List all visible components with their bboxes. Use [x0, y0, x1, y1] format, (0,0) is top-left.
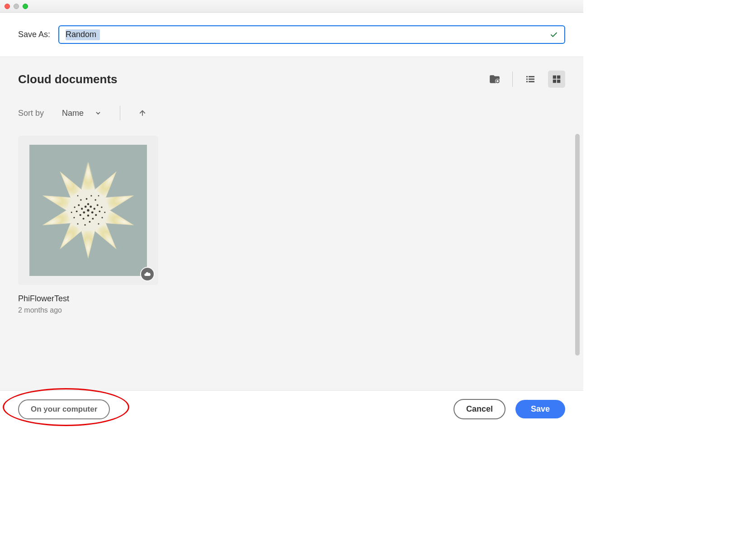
list-view-button[interactable] [522, 71, 539, 88]
svg-rect-5 [529, 76, 534, 77]
svg-rect-4 [526, 76, 528, 77]
new-folder-button[interactable] [486, 71, 503, 88]
svg-point-48 [77, 195, 79, 196]
svg-point-35 [101, 206, 102, 208]
sort-row: Sort by Name [18, 106, 565, 120]
document-grid: PhiFlowerTest 2 months ago [18, 136, 565, 314]
svg-point-43 [104, 212, 105, 213]
svg-point-17 [91, 211, 94, 214]
svg-point-21 [94, 208, 95, 209]
svg-point-29 [92, 218, 94, 219]
cloud-icon [141, 268, 154, 280]
svg-point-19 [90, 206, 92, 208]
cancel-button[interactable]: Cancel [454, 399, 506, 419]
svg-rect-10 [553, 76, 556, 79]
svg-point-18 [83, 211, 85, 214]
document-thumbnail [18, 136, 158, 285]
document-meta: 2 months ago [18, 306, 158, 314]
grid-view-button[interactable] [548, 71, 565, 88]
svg-point-22 [81, 208, 83, 209]
svg-point-44 [71, 212, 72, 213]
artwork-icon [36, 158, 140, 262]
svg-rect-9 [529, 81, 534, 82]
window-minimize-button[interactable] [14, 4, 19, 9]
save-as-row: Save As: Random [0, 13, 583, 57]
document-name: PhiFlowerTest [18, 294, 158, 304]
svg-rect-11 [557, 76, 560, 79]
svg-point-38 [80, 199, 81, 200]
svg-point-25 [95, 214, 97, 216]
svg-point-40 [73, 217, 75, 218]
svg-rect-7 [529, 79, 534, 80]
sort-by-label: Sort by [18, 109, 44, 118]
documents-area: Cloud documents Sort by Name [0, 57, 583, 390]
divider [512, 71, 513, 87]
window-titlebar [0, 0, 583, 13]
svg-rect-8 [526, 81, 528, 82]
svg-point-23 [87, 214, 90, 217]
sort-select[interactable]: Name [62, 109, 102, 118]
svg-point-39 [101, 217, 103, 218]
document-card[interactable]: PhiFlowerTest 2 months ago [18, 136, 158, 314]
svg-point-26 [80, 214, 81, 216]
svg-point-34 [86, 198, 88, 200]
svg-point-31 [99, 210, 100, 212]
svg-point-27 [97, 204, 99, 206]
svg-point-47 [98, 195, 99, 196]
window-maximize-button[interactable] [23, 4, 28, 9]
on-your-computer-button[interactable]: On your computer [18, 399, 110, 419]
checkmark-icon [550, 31, 558, 39]
scrollbar-thumb[interactable] [575, 134, 580, 356]
svg-point-16 [87, 209, 89, 211]
section-title: Cloud documents [18, 72, 118, 86]
svg-point-45 [98, 223, 99, 224]
window-close-button[interactable] [5, 4, 10, 9]
svg-point-41 [90, 195, 92, 196]
divider [120, 106, 120, 120]
svg-point-37 [94, 199, 96, 200]
save-as-label: Save As: [18, 30, 50, 39]
dialog-footer: On your computer Cancel Save [0, 390, 583, 427]
svg-point-32 [76, 210, 78, 212]
sort-direction-button[interactable] [138, 109, 146, 117]
sort-value: Name [62, 109, 84, 118]
svg-point-30 [83, 218, 85, 219]
svg-rect-6 [526, 79, 528, 80]
svg-point-42 [84, 224, 85, 226]
save-as-value: Random [66, 30, 96, 39]
save-button[interactable]: Save [515, 400, 565, 418]
svg-point-20 [85, 206, 87, 208]
svg-point-36 [74, 206, 75, 208]
svg-point-46 [77, 223, 79, 224]
svg-point-24 [87, 203, 89, 205]
save-as-input[interactable]: Random [58, 25, 565, 44]
svg-rect-13 [557, 80, 560, 83]
svg-rect-12 [553, 80, 556, 83]
chevron-down-icon [94, 109, 102, 117]
svg-point-28 [78, 204, 80, 206]
svg-rect-3 [496, 81, 499, 81]
view-controls [486, 71, 565, 88]
svg-point-33 [89, 221, 91, 223]
